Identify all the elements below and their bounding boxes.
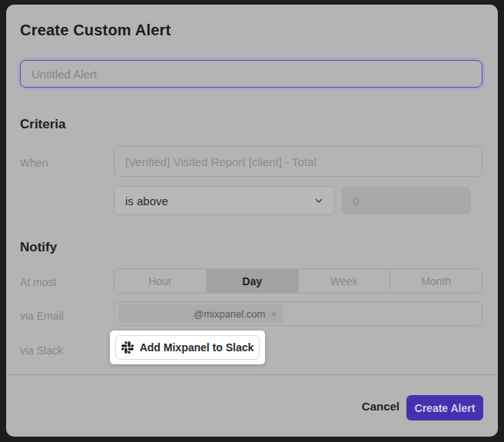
condition-value: is above <box>125 194 168 208</box>
slack-icon <box>121 341 134 354</box>
frequency-option-week[interactable]: Week <box>299 269 391 293</box>
frequency-segmented-control: Hour Day Week Month <box>114 268 482 294</box>
remove-email-icon[interactable]: × <box>270 309 277 319</box>
threshold-input[interactable]: 0 <box>342 187 471 214</box>
frequency-option-month[interactable]: Month <box>390 269 482 293</box>
at-most-label: At most <box>20 276 56 288</box>
add-mixpanel-to-slack-button[interactable]: Add Mixpanel to Slack <box>115 335 260 360</box>
notify-heading: Notify <box>20 240 57 255</box>
threshold-value: 0 <box>353 194 359 208</box>
email-redacted-name <box>125 308 188 319</box>
via-email-label: via Email <box>20 310 64 322</box>
frequency-option-hour[interactable]: Hour <box>114 269 207 293</box>
tutorial-spotlight: Add Mixpanel to Slack <box>110 331 265 364</box>
email-domain: @mixpanel.com <box>194 308 265 320</box>
via-slack-label: via Slack <box>20 344 63 357</box>
create-alert-button[interactable]: Create Alert <box>406 395 483 420</box>
email-chip: @mixpanel.com × <box>118 304 284 323</box>
modal-footer: Cancel Create Alert <box>6 374 498 437</box>
event-input[interactable]: [Verified] Visited Report [client] - Tot… <box>114 146 482 177</box>
alert-name-input[interactable] <box>20 60 482 88</box>
criteria-heading: Criteria <box>20 117 66 132</box>
create-custom-alert-modal: Create Custom Alert Criteria When [Verif… <box>6 5 498 437</box>
frequency-option-day[interactable]: Day <box>207 269 299 293</box>
chevron-down-icon <box>314 196 323 205</box>
slack-button-label: Add Mixpanel to Slack <box>140 341 254 354</box>
condition-select[interactable]: is above <box>114 186 335 215</box>
page-title: Create Custom Alert <box>20 22 171 39</box>
event-value: [Verified] Visited Report [client] - Tot… <box>125 155 317 168</box>
cancel-button[interactable]: Cancel <box>362 400 400 413</box>
email-recipients-input[interactable]: @mixpanel.com × <box>114 301 482 326</box>
when-label: When <box>20 157 48 169</box>
